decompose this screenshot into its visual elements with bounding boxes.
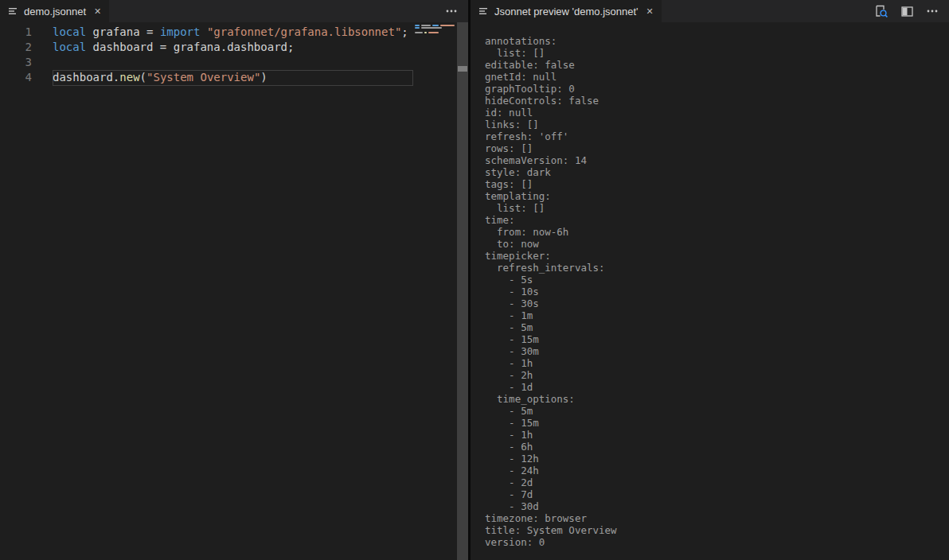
code-line: 4dashboard.new("System Overview") [0,70,414,85]
more-actions-icon[interactable] [443,2,460,20]
line-number: 4 [0,70,32,85]
minimap[interactable] [414,22,457,560]
preview-pane: Jsonnet preview 'demo.jsonnet' ✕ [471,0,949,560]
open-preview-icon[interactable] [873,2,890,20]
code-editor[interactable]: 1local grafana = import "grafonnet/grafa… [0,22,468,560]
tab-jsonnet-preview[interactable]: Jsonnet preview 'demo.jsonnet' ✕ [471,0,662,22]
editor-pane: demo.jsonnet ✕ 1local grafana = import "… [0,0,468,560]
left-tabbar: demo.jsonnet ✕ [0,0,468,22]
vscode-window: demo.jsonnet ✕ 1local grafana = import "… [0,0,949,560]
code-line: 1local grafana = import "grafonnet/grafa… [0,25,414,40]
tab-label: demo.jsonnet [24,6,86,18]
file-icon [477,5,490,18]
code-lines: 1local grafana = import "grafonnet/grafa… [0,25,414,85]
preview-content: annotations: list: [] editable: false gn… [471,22,949,548]
line-number: 1 [0,25,32,40]
close-tab-icon[interactable]: ✕ [92,6,103,18]
close-tab-icon[interactable]: ✕ [645,6,655,18]
file-icon [6,5,19,18]
left-tabbar-actions [443,0,468,22]
line-number: 3 [0,55,32,70]
editor-scrollbar[interactable] [457,22,468,560]
right-tabbar-actions [873,0,949,22]
tab-demo-jsonnet[interactable]: demo.jsonnet ✕ [0,0,109,22]
tab-label: Jsonnet preview 'demo.jsonnet' [494,6,639,18]
line-number: 2 [0,40,32,55]
code-line: 2local dashboard = grafana.dashboard; [0,40,414,55]
preview-editor[interactable]: annotations: list: [] editable: false gn… [471,22,949,560]
scrollbar-handle[interactable] [458,66,467,72]
right-tabbar: Jsonnet preview 'demo.jsonnet' ✕ [471,0,949,22]
code-line: 3 [0,55,414,70]
more-actions-icon[interactable] [924,2,941,20]
split-editor-icon[interactable] [898,2,916,20]
